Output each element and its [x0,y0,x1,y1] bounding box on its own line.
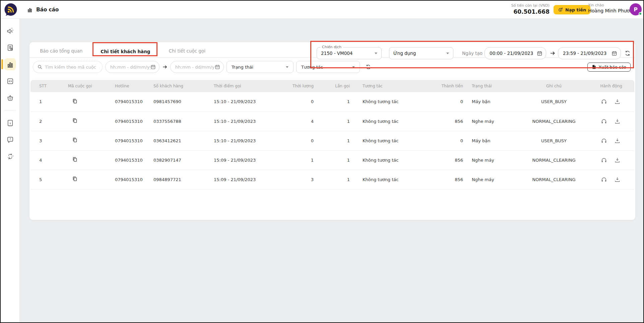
date-to-field[interactable] [558,47,621,59]
bar-chart-icon [6,61,14,68]
basket-icon [6,94,14,102]
cell-stt: 2 [30,111,64,131]
listen-recording-icon[interactable] [601,157,607,163]
cell-customer: 0337556788 [148,111,209,131]
cell-interaction: Không tương tác [355,131,421,150]
sidebar-item-integration[interactable] [4,75,16,87]
sidebar-item-report-template[interactable] [4,42,16,54]
cell-attempts: 1 [318,170,355,189]
download-icon[interactable] [614,138,621,144]
topup-button[interactable]: $ Nạp tiền [554,5,590,14]
user-name: Hoàng Minh Phương [588,8,636,13]
cell-note: USER_BUSY [522,131,586,150]
copy-icon[interactable] [72,118,78,124]
cell-call-id [64,150,108,170]
listen-recording-icon[interactable] [601,98,607,105]
report-table: STT Mã cuộc gọi Hotline Số khách hàng Th… [30,80,634,189]
refresh-icon[interactable] [624,50,631,57]
col-note: Ghi chú [522,80,586,92]
col-stt: STT [30,80,64,92]
date-from-input[interactable] [490,51,537,56]
download-icon[interactable] [614,118,621,125]
sidebar-item-statistics[interactable] [4,58,16,70]
brand-logo-icon[interactable] [4,3,17,16]
calendar-icon[interactable] [611,51,617,56]
application-select[interactable]: Ứng dụng [389,47,453,59]
table-header-row: STT Mã cuộc gọi Hotline Số khách hàng Th… [30,80,634,92]
cell-call-time: 15:09 - 21/09/2023 [209,150,266,170]
tab-customer-detail[interactable]: Chi tiết khách hàng [101,49,150,54]
arrow-right-icon [162,64,168,70]
copy-icon[interactable] [72,98,78,104]
calendar-icon[interactable] [215,64,220,70]
time-from-field[interactable] [105,61,159,73]
date-to-input[interactable] [563,51,611,56]
copy-icon[interactable] [72,176,78,182]
copy-icon[interactable] [72,137,78,143]
download-icon[interactable] [614,157,621,163]
sidebar-item-campaign[interactable] [4,25,16,37]
campaign-select-value: 2150 - VM004 [321,51,352,56]
cell-duration: 3 [266,170,318,189]
help-bubble-icon: ? [6,136,14,144]
cell-call-id [64,111,108,131]
listen-recording-icon[interactable] [601,118,607,125]
listen-recording-icon[interactable] [601,176,607,183]
cell-interaction: Không tương tác [355,92,421,111]
time-to-input[interactable] [175,65,215,70]
table-row: 2 0794015310 0337556788 15:10 - 21/09/20… [30,111,634,131]
sidebar-item-user-guide[interactable] [4,117,16,129]
download-icon[interactable] [614,98,621,105]
cell-actions [586,92,634,111]
table-row: 5 0794015310 0984897721 15:09 - 21/09/20… [30,170,634,189]
cell-customer: 0363412621 [148,131,209,150]
search-field[interactable] [33,61,103,73]
cell-actions [586,131,634,150]
sidebar-item-version[interactable]: v3 v2 [4,150,16,162]
sidebar-item-help[interactable]: ? [4,134,16,146]
cell-call-time: 15:09 - 21/09/2023 [209,170,266,189]
col-call-id: Mã cuộc gọi [64,80,108,92]
cell-status: Máy bận [468,131,522,150]
cell-attempts: 1 [318,111,355,131]
svg-text:v2: v2 [8,156,10,158]
date-from-field[interactable] [485,47,546,59]
cell-stt: 4 [30,150,64,170]
chevron-down-icon [286,66,288,68]
status-select[interactable]: Trạng thái [227,61,294,73]
cell-note: NORMAL_CLEARING [522,170,586,189]
listen-recording-icon[interactable] [601,138,607,144]
calendar-icon[interactable] [150,64,156,70]
cell-hotline: 0794015310 [108,111,148,131]
avatar[interactable]: P [630,3,642,15]
cell-note: NORMAL_CLEARING [522,150,586,170]
guide-book-icon [6,119,14,127]
campaign-select[interactable]: Chiến dịch 2150 - VM004 [317,47,382,59]
coin-refresh-icon: $ [558,7,563,12]
table-row: 1 0794015310 0981457690 15:10 - 21/09/20… [30,92,634,111]
search-input[interactable] [45,65,99,70]
table-body: 1 0794015310 0981457690 15:10 - 21/09/20… [30,92,634,189]
cell-duration: 0 [266,131,318,150]
col-status: Trạng thái [468,80,522,92]
tab-call-detail[interactable]: Chi tiết cuộc gọi [169,48,206,54]
col-hotline: Hotline [108,80,148,92]
download-icon[interactable] [614,176,621,183]
sidebar: ? v3 v2 [1,19,20,322]
time-from-input[interactable] [110,65,150,70]
balance-block: Số tiền còn lại (VND) 60.501.668 [511,3,550,15]
active-tab-annotation-box: Chi tiết khách hàng [92,42,157,56]
copy-icon[interactable] [72,157,78,162]
cell-note: USER_BUSY [522,92,586,111]
date-created-label: Ngày tạo [462,51,482,56]
svg-text:?: ? [9,138,11,141]
status-select-value: Trạng thái [232,65,253,70]
tab-overview[interactable]: Báo cáo tổng quan [40,48,82,54]
time-to-field[interactable] [170,61,224,73]
calendar-icon[interactable] [537,51,542,56]
cell-duration: 4 [266,111,318,131]
col-duration: Thời lượng [266,80,318,92]
version-switch-icon: v3 v2 [6,153,14,160]
filter-row: Chiến dịch 2150 - VM004 Ứng dụng Ngày tạ… [317,47,631,59]
sidebar-item-marketplace[interactable] [4,92,16,104]
